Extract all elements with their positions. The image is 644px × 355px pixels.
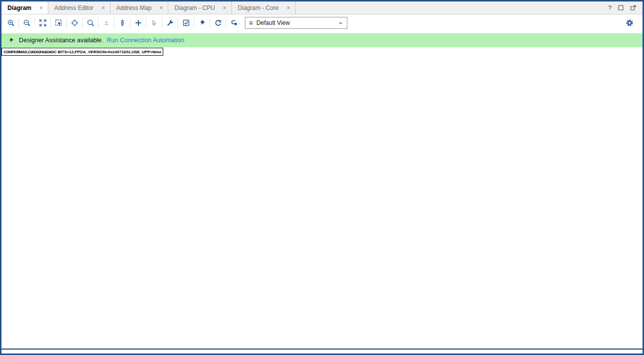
search-button[interactable]: [83, 16, 98, 29]
toolbar-separator: [178, 18, 178, 28]
toolbar-separator: [146, 18, 146, 28]
tab-close-icon[interactable]: ×: [102, 4, 105, 11]
tab-close-icon[interactable]: ×: [159, 4, 163, 11]
diagram-canvas[interactable]: SignalProcess CGNFIG5MAX,C/AD02He82ADC B…: [1, 48, 643, 350]
zoom-out-button[interactable]: [19, 16, 34, 29]
tab-diagram[interactable]: Diagram×: [1, 1, 48, 14]
zoom-fit-button[interactable]: [35, 16, 50, 29]
zoom-in-button[interactable]: [3, 16, 18, 29]
designer-assistance-banner: Designer Assistance available. Run Conne…: [1, 33, 643, 47]
tab-close-icon[interactable]: ×: [287, 4, 290, 11]
view-selector-dropdown[interactable]: ≡ Default View: [245, 17, 347, 29]
toolbar-separator: [34, 18, 35, 28]
parameter-box-overlap-text: CGNFIG5MAX,C/AD02He82ADC: [3, 50, 56, 54]
collapse-hierarchy-button: [99, 16, 113, 29]
toolbar-separator: [162, 18, 162, 28]
tab-diagram-core[interactable]: Diagram - Core×: [232, 1, 296, 14]
customize-button[interactable]: [163, 16, 177, 29]
tab-diagram-cpu[interactable]: Diagram - CPU×: [168, 1, 231, 14]
maximize-button[interactable]: [618, 4, 624, 11]
regenerate-layout-button[interactable]: [211, 16, 225, 29]
settings-gear-button[interactable]: [622, 16, 637, 29]
float-button[interactable]: [630, 4, 637, 11]
zoom-to-selection-icon: [55, 19, 63, 27]
toolbar-separator: [98, 18, 99, 28]
toolbar-separator: [194, 18, 194, 28]
expand-hierarchy-button[interactable]: [115, 16, 129, 29]
optimize-routing-button[interactable]: [226, 16, 241, 29]
run-connection-automation-link[interactable]: Run Connection Automation: [107, 37, 185, 44]
regenerate-layout-icon: [214, 19, 222, 27]
toolbar-separator: [66, 18, 67, 28]
tab-label: Address Editor: [54, 4, 94, 11]
toolbar-buttons: [3, 14, 241, 31]
center-view-button[interactable]: [67, 16, 82, 29]
window-controls: ?: [608, 1, 643, 14]
zoom-to-selection-button[interactable]: [51, 16, 66, 29]
tab-close-icon[interactable]: ×: [39, 4, 43, 11]
tab-address-editor[interactable]: Address Editor×: [48, 1, 110, 14]
vivado-window: Diagram×Address Editor×Address Map×Diagr…: [0, 0, 644, 355]
tab-label: Address Map: [116, 4, 152, 11]
tab-address-map[interactable]: Address Map×: [110, 1, 169, 14]
add-ip-button[interactable]: [131, 16, 145, 29]
parameter-box: CGNFIG5MAX,C/AD02He82ADC BITS=12,FPGA_VE…: [1, 48, 163, 56]
parameter-box-params-text: BITS=12,FPGA_VERSION=0x24071602,USE_UPP=…: [58, 50, 161, 54]
validate-design-button[interactable]: [179, 16, 193, 29]
make-connection-button: [147, 16, 161, 29]
pin-button[interactable]: [195, 16, 209, 29]
center-view-icon: [71, 19, 79, 27]
tab-bar: Diagram×Address Editor×Address Map×Diagr…: [1, 1, 643, 14]
win-float-icon: [630, 4, 637, 11]
hamburger-icon: ≡: [249, 19, 253, 27]
toolbar-separator: [50, 18, 51, 28]
collapse-hierarchy-icon: [103, 19, 110, 27]
expand-hierarchy-icon: [118, 19, 126, 27]
tab-label: Diagram: [7, 4, 31, 11]
customize-icon: [166, 19, 174, 27]
zoom-fit-icon: [39, 19, 47, 27]
add-ip-icon: [134, 19, 142, 27]
banner-message: Designer Assistance available.: [19, 37, 104, 44]
pin-icon: [7, 37, 14, 44]
diagram-toolbar: ≡ Default View: [1, 14, 643, 31]
tab-label: Diagram - Core: [238, 4, 279, 11]
win-max-icon: [618, 4, 624, 11]
toolbar-separator: [130, 18, 130, 28]
validate-design-icon: [182, 19, 190, 27]
toolbar-separator: [210, 18, 210, 28]
tab-close-icon[interactable]: ×: [223, 4, 226, 11]
zoom-out-icon: [23, 19, 31, 27]
search-icon: [87, 19, 95, 27]
toolbar-separator: [82, 18, 83, 28]
optimize-routing-icon: [230, 19, 238, 27]
chevron-down-icon: [338, 20, 343, 26]
toolbar-separator: [114, 18, 114, 28]
help-icon[interactable]: ?: [608, 4, 612, 11]
toolbar-separator: [225, 18, 226, 28]
make-connection-icon: [150, 19, 158, 27]
tab-label: Diagram - CPU: [174, 4, 215, 11]
pin-icon: [198, 19, 206, 27]
toolbar-separator: [18, 18, 19, 28]
view-selector-value: Default View: [256, 19, 290, 26]
zoom-in-icon: [7, 19, 15, 27]
gear-icon: [626, 19, 634, 27]
